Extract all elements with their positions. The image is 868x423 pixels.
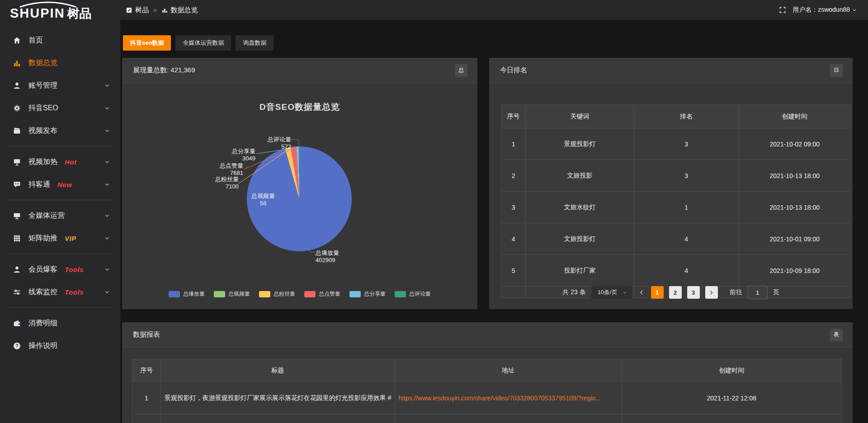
tab-0[interactable]: 抖音seo数据: [123, 35, 171, 51]
chevron-down-icon: [104, 289, 110, 295]
sidebar-badge: Tools: [65, 288, 84, 296]
question-icon: ?: [13, 341, 22, 350]
sidebar-item-omni-media-operation[interactable]: 全媒体运营: [0, 204, 120, 227]
legend-label: 总点赞量: [319, 290, 340, 298]
logo-arc-icon: [18, 1, 78, 8]
sidebar-divider: [8, 254, 112, 254]
sidebar-item-doukertong[interactable]: 抖客通New: [0, 173, 120, 196]
user-icon: [13, 81, 22, 90]
sidebar-item-video-publish[interactable]: 视频发布: [0, 119, 120, 142]
sidebar: SHUPIN树品 首页数据总览账号管理抖音SEO视频发布视频加热Hot抖客通Ne…: [0, 0, 120, 423]
overview-panel-header: 展现量总数: 421,369 总: [122, 58, 477, 83]
legend-swatch: [259, 291, 270, 297]
sidebar-item-label: 矩阵助推: [28, 234, 57, 243]
legend-item[interactable]: 总点赞量: [304, 290, 340, 298]
ranking-row[interactable]: 4文旅投影灯42021-10-01 09:00: [501, 223, 851, 255]
sidebar-item-account-management[interactable]: 账号管理: [0, 74, 120, 97]
sidebar-item-label: 数据总览: [28, 58, 57, 68]
sidebar-item-video-heating[interactable]: 视频加热Hot: [0, 150, 120, 173]
gear-icon: [13, 103, 22, 113]
overview-total-button[interactable]: 总: [455, 64, 467, 77]
legend-item[interactable]: 总视频量: [214, 290, 250, 298]
report-title: 数据报表: [133, 330, 160, 339]
report-row: 1景观投影灯，夜游景观投影灯厂家展示展示落花灯在花园里的灯光投影应用效果 #ht…: [132, 382, 842, 414]
sidebar-item-operation-guide[interactable]: ?操作说明: [0, 334, 120, 357]
report-title-cell: 景观投影灯，夜游景观投影灯厂家展示展示落花灯在花园里的灯光投影应用效果 #: [160, 382, 395, 414]
pie-label-fans: 总粉丝量7100: [215, 176, 239, 190]
report-row-partial: [132, 414, 842, 423]
sidebar-item-label: 全媒体运营: [28, 211, 65, 221]
sidebar-item-label: 消费明细: [28, 319, 57, 328]
legend-item[interactable]: 总播放量: [169, 290, 205, 298]
next-page-button[interactable]: [705, 286, 718, 299]
breadcrumb-separator: >: [153, 7, 157, 14]
grid-icon: [13, 234, 22, 243]
chart-legend: 总播放量总视频量总粉丝量总点赞量总分享量总评论量: [122, 290, 477, 298]
chevron-right-icon: [708, 290, 714, 296]
ranking-panel: 今日排名 日 序号关键词排名创建时间1景观投影灯32021-10-02 09:0…: [489, 58, 853, 309]
home-icon: [13, 36, 22, 45]
sidebar-nav: 首页数据总览账号管理抖音SEO视频发布视频加热Hot抖客通New全媒体运营矩阵助…: [0, 29, 120, 357]
sidebar-item-lead-monitoring[interactable]: 线索监控Tools: [0, 281, 120, 303]
sidebar-item-label: 视频加热: [28, 157, 57, 167]
breadcrumb: 树品 > 数据总览: [126, 6, 198, 14]
sidebar-item-label: 线索监控: [28, 287, 57, 297]
sidebar-item-member-baoke[interactable]: 会员爆客Tools: [0, 258, 120, 281]
ranking-row[interactable]: 2文旅投影32021-10-13 18:00: [501, 160, 851, 192]
ranking-row[interactable]: 3文旅水纹灯12021-10-13 18:00: [501, 192, 851, 223]
chevron-down-icon: [104, 127, 110, 134]
chevron-down-icon: [104, 266, 110, 273]
sidebar-item-data-overview[interactable]: 数据总览: [0, 52, 120, 74]
sidebar-divider: [8, 307, 112, 308]
report-header-cell: 标题: [160, 359, 395, 382]
ranking-table: 序号关键词排名创建时间1景观投影灯32021-10-02 09:002文旅投影3…: [501, 104, 851, 298]
legend-swatch: [169, 291, 180, 297]
sidebar-item-matrix-boost[interactable]: 矩阵助推VIP: [0, 227, 120, 249]
sidebar-item-home[interactable]: 首页: [0, 29, 120, 52]
bar-chart-icon: [13, 58, 22, 67]
chevron-down-icon: [104, 159, 110, 165]
chart-title: D音SEO数据量总览: [122, 101, 477, 113]
monitor-icon: [13, 211, 22, 220]
prev-page-button[interactable]: [637, 289, 646, 296]
breadcrumb-app[interactable]: 树品: [135, 6, 149, 14]
legend-item[interactable]: 总分享量: [349, 290, 386, 298]
wallet-icon: [13, 319, 22, 328]
ranking-header-cell: 关键词: [526, 105, 634, 128]
ranking-row[interactable]: 1景观投影灯32021-10-02 09:00: [501, 128, 851, 160]
legend-item[interactable]: 总粉丝量: [259, 290, 295, 298]
report-table-button[interactable]: 表: [830, 329, 843, 341]
tab-2[interactable]: 询盘数据: [236, 35, 274, 51]
page-button-3[interactable]: 3: [687, 286, 700, 299]
pie-label-plays: 总播放量402909: [316, 249, 339, 264]
user-menu[interactable]: 用户名：zswodun88: [793, 6, 857, 14]
report-panel-header: 数据报表 表: [122, 322, 853, 348]
page-size-select[interactable]: 10条/页: [591, 286, 632, 299]
pagination-total: 共 23 条: [562, 288, 585, 296]
sidebar-item-consumption-details[interactable]: 消费明细: [0, 312, 120, 334]
data-tabs: 抖音seo数据全媒体运营数据询盘数据: [123, 35, 853, 51]
page-button-2[interactable]: 2: [669, 286, 682, 299]
legend-item[interactable]: 总评论量: [395, 290, 431, 298]
app-square-icon: [126, 7, 132, 14]
goto-page-input[interactable]: [748, 286, 768, 299]
chevron-down-icon: [104, 212, 110, 219]
sidebar-item-label: 账号管理: [28, 81, 57, 90]
legend-swatch: [395, 291, 406, 297]
chevron-down-icon: [104, 181, 110, 188]
pagination: 共 23 条 10条/页 123 前往 页: [489, 286, 853, 299]
sidebar-badge: Hot: [65, 158, 77, 166]
page-button-1[interactable]: 1: [651, 286, 664, 299]
legend-swatch: [349, 291, 361, 297]
chevron-down-icon: [104, 235, 110, 241]
tab-1[interactable]: 全媒体运营数据: [175, 35, 231, 51]
svg-text:?: ?: [15, 343, 18, 348]
report-url-link[interactable]: https://www.iesdouyin.com/share/video/70…: [395, 382, 622, 414]
sidebar-item-douyin-seo[interactable]: 抖音SEO: [0, 97, 120, 119]
ranking-row[interactable]: 5投影灯厂家42021-10-09 18:00: [501, 255, 851, 287]
overview-panel: 展现量总数: 421,369 总 D音SEO数据量总览 总评论量572 总分: [122, 58, 477, 309]
ranking-day-button[interactable]: 日: [830, 64, 843, 77]
fullscreen-icon[interactable]: [779, 6, 786, 14]
report-table-wrap: 序号标题地址创建时间1景观投影灯，夜游景观投影灯厂家展示展示落花灯在花园里的灯光…: [132, 359, 842, 423]
chat-icon: [13, 180, 22, 189]
